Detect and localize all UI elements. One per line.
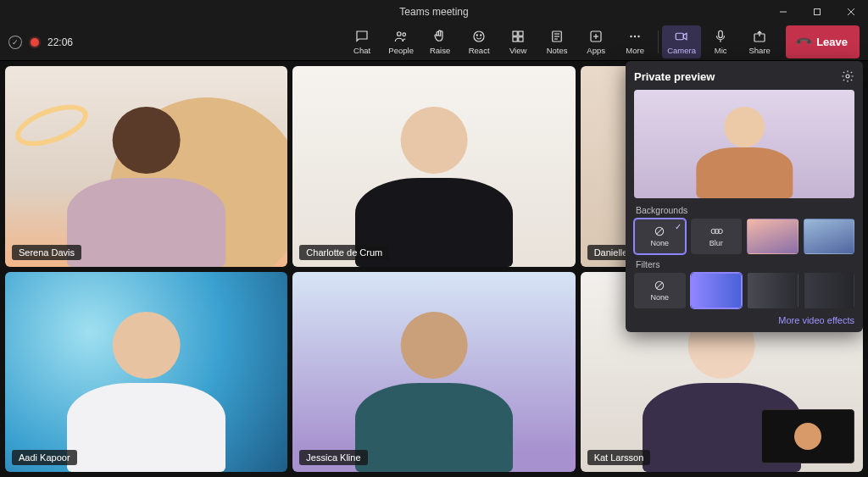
- participant-name: Serena Davis: [12, 245, 81, 260]
- svg-rect-23: [676, 33, 683, 40]
- backgrounds-row: ✓ None Blur: [634, 219, 854, 254]
- share-button[interactable]: Share: [740, 25, 779, 58]
- svg-point-7: [476, 35, 477, 36]
- svg-point-4: [398, 32, 402, 36]
- more-video-effects-link[interactable]: More video effects: [634, 313, 854, 325]
- toolbar-separator: [658, 31, 659, 53]
- camera-button[interactable]: Camera: [662, 25, 701, 58]
- window-controls: [766, 0, 868, 24]
- more-button[interactable]: More: [615, 25, 654, 58]
- participant-name: Charlotte de Crum: [299, 245, 389, 260]
- shield-icon: ✓: [8, 36, 22, 49]
- title-bar: Teams meeting: [0, 0, 868, 24]
- none-icon: [654, 225, 665, 237]
- participant-video: [47, 302, 245, 472]
- notes-icon: [549, 29, 565, 44]
- filters-row: None: [634, 273, 854, 308]
- participant-video: [47, 96, 245, 266]
- blur-icon: [709, 225, 723, 237]
- background-option-1[interactable]: [747, 219, 798, 254]
- participant-tile[interactable]: Charlotte de Crum: [292, 66, 575, 267]
- backgrounds-section-label: Backgrounds: [636, 205, 854, 215]
- filter-option-2[interactable]: [747, 273, 798, 308]
- participant-video: [335, 302, 532, 472]
- leave-button[interactable]: 📞 Leave: [786, 25, 860, 58]
- meeting-toolbar: ✓ 22:06 Chat People Raise React View Not…: [0, 24, 868, 61]
- view-button[interactable]: View: [498, 25, 537, 58]
- more-icon: [627, 29, 643, 44]
- svg-rect-1: [815, 9, 821, 15]
- participant-name: Kat Larsson: [587, 450, 651, 465]
- participant-tile[interactable]: Serena Davis: [5, 66, 287, 267]
- raise-hand-button[interactable]: Raise: [420, 25, 459, 58]
- background-none[interactable]: ✓ None: [634, 219, 686, 254]
- people-button[interactable]: People: [381, 25, 420, 58]
- react-button[interactable]: React: [459, 25, 498, 58]
- svg-line-28: [657, 229, 663, 235]
- svg-point-20: [630, 36, 632, 37]
- camera-icon: [674, 29, 689, 44]
- recording-indicator-icon: [31, 38, 39, 47]
- participant-video: [335, 96, 532, 266]
- private-preview-panel: Private preview Backgrounds ✓ None Blur …: [626, 61, 863, 332]
- check-icon: ✓: [675, 222, 682, 231]
- react-icon: [471, 29, 487, 44]
- people-icon: [393, 29, 409, 44]
- window-title: Teams meeting: [399, 6, 468, 18]
- background-blur[interactable]: Blur: [691, 219, 743, 254]
- chat-icon: [354, 29, 370, 44]
- svg-rect-10: [519, 31, 523, 36]
- meeting-timer: 22:06: [47, 36, 73, 48]
- self-avatar: [794, 423, 821, 450]
- svg-rect-12: [519, 37, 523, 42]
- panel-settings-button[interactable]: [841, 69, 854, 83]
- participant-name: Aadi Kapoor: [12, 450, 77, 465]
- svg-point-6: [474, 31, 484, 42]
- svg-point-22: [637, 36, 639, 37]
- hangup-icon: 📞: [795, 33, 814, 52]
- gear-icon: [841, 69, 854, 83]
- svg-point-5: [403, 33, 406, 36]
- mic-button[interactable]: Mic: [701, 25, 740, 58]
- window-minimize-button[interactable]: [766, 0, 800, 24]
- view-icon: [510, 29, 526, 44]
- participant-name: Jessica Kline: [299, 450, 367, 465]
- mic-icon: [713, 29, 728, 44]
- apps-button[interactable]: Apps: [576, 25, 615, 58]
- participant-tile[interactable]: Jessica Kline: [292, 272, 575, 473]
- svg-point-26: [846, 75, 849, 78]
- svg-line-33: [657, 283, 663, 289]
- camera-preview: [634, 90, 854, 198]
- share-icon: [752, 29, 767, 44]
- panel-title: Private preview: [634, 70, 715, 83]
- svg-rect-11: [513, 37, 517, 42]
- video-stage: Serena Davis Charlotte de Crum Danielle …: [0, 61, 868, 477]
- window-close-button[interactable]: [834, 0, 868, 24]
- filters-section-label: Filters: [636, 259, 854, 269]
- none-icon: [654, 280, 665, 291]
- svg-point-21: [634, 36, 636, 37]
- participant-tile[interactable]: Aadi Kapoor: [5, 272, 287, 473]
- svg-point-8: [481, 35, 481, 36]
- filter-option-1[interactable]: [691, 273, 743, 308]
- self-view-thumbnail[interactable]: [761, 409, 854, 463]
- window-maximize-button[interactable]: [800, 0, 834, 24]
- svg-rect-9: [513, 31, 517, 36]
- chat-button[interactable]: Chat: [342, 25, 381, 58]
- apps-icon: [588, 29, 604, 44]
- raise-hand-icon: [432, 29, 448, 44]
- filter-none[interactable]: None: [634, 273, 686, 308]
- svg-point-31: [718, 229, 722, 233]
- notes-button[interactable]: Notes: [537, 25, 576, 58]
- toolbar-actions: Chat People Raise React View Notes Apps: [342, 25, 860, 58]
- background-option-2[interactable]: [804, 219, 855, 254]
- filter-option-3[interactable]: [804, 273, 855, 308]
- svg-rect-24: [719, 31, 723, 37]
